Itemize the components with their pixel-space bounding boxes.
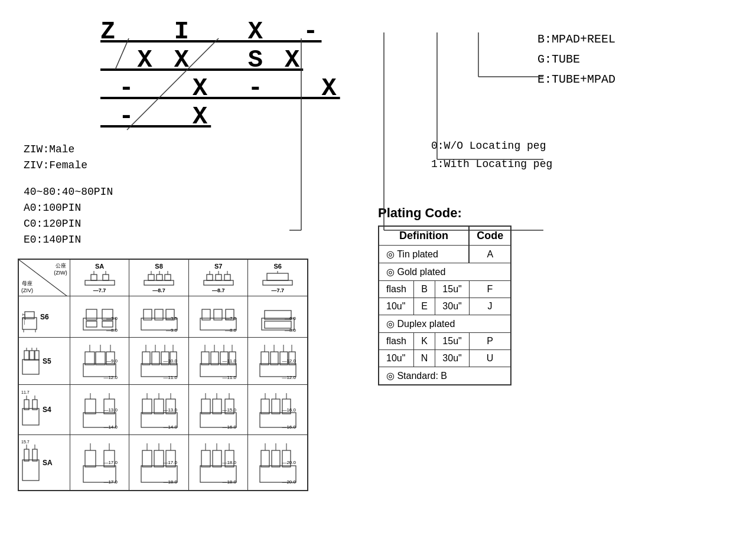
packaging-e: E:TUBE+MPAD <box>537 70 738 90</box>
duplex-d15-label: 15u" <box>435 333 469 350</box>
svg-text:—15.0: —15.0 <box>223 407 237 413</box>
packaging-section: B:MPAD+REEL G:TUBE E:TUBE+MPAD <box>537 30 738 90</box>
plating-table: Definition Code ◎ Tin plated A <box>378 226 511 385</box>
row-label-s4: S4 <box>43 406 51 414</box>
locating-section: 0:W/O Locating peg 1:With Locating peg <box>431 137 738 173</box>
gold-flash-code: B <box>413 281 435 298</box>
svg-text:—3.5: —3.5 <box>165 316 177 321</box>
cell-s4-sa: —13.0 —14.0 <box>70 385 129 435</box>
plating-row-duplex-header: ◎ Duplex plated <box>379 315 511 333</box>
svg-text:—6.0: —6.0 <box>285 316 296 321</box>
svg-text:—20.0: —20.0 <box>282 479 296 485</box>
labels-area: ZIW:Male ZIV:Female 40~80:40~80PIN A0:10… <box>24 142 348 248</box>
cell-sa-s6: —20.0 —20.0 <box>248 435 308 491</box>
svg-text:—9.0: —9.0 <box>165 328 177 333</box>
cell-sa-s7: —18.0 —18.0 <box>188 435 248 491</box>
standard-label: ◎ Standard: B <box>386 371 447 381</box>
table-row: 11.7 S4 <box>19 385 308 435</box>
plating-header-def: Definition <box>379 226 469 246</box>
svg-rect-63 <box>24 351 29 360</box>
cell-s6-s8: —3.5 —9.0 <box>129 296 189 338</box>
svg-rect-145 <box>272 399 280 414</box>
duplex-label: ◎ Duplex plated <box>386 319 455 329</box>
svg-rect-16 <box>144 280 174 285</box>
svg-rect-152 <box>22 460 39 481</box>
right-side: B:MPAD+REEL G:TUBE E:TUBE+MPAD 0:W/O Loc… <box>348 12 738 537</box>
svg-text:—12.0: —12.0 <box>103 375 118 380</box>
svg-rect-135 <box>201 399 210 414</box>
row-label-s5: S5 <box>43 357 51 365</box>
svg-text:—14.0: —14.0 <box>103 424 118 430</box>
gold-flash-label: flash <box>379 281 413 298</box>
plating-row-standard: ◎ Standard: B <box>379 367 511 385</box>
svg-rect-136 <box>213 399 221 414</box>
svg-rect-102 <box>261 352 269 365</box>
cell-s5-s8: —10.0 —11.0 <box>129 338 189 385</box>
svg-rect-24 <box>207 274 213 280</box>
svg-text:—13.0: —13.0 <box>163 407 177 413</box>
gold-u30-label: 30u" <box>435 298 469 315</box>
cell-sa-sa: —17.0 —17.0 <box>70 435 129 491</box>
plating-header-code: Code <box>469 226 511 246</box>
svg-text:—11.0: —11.0 <box>163 375 177 380</box>
cell-s6-sa: —3.0 —8.0 <box>70 296 129 338</box>
col-header-s6: S6 —7.7 <box>248 260 308 296</box>
svg-text:—18.0: —18.0 <box>223 460 237 465</box>
svg-rect-65 <box>35 351 39 360</box>
duplex-flash-label: flash <box>379 333 413 350</box>
plating-title: Plating Code: <box>378 205 738 221</box>
cell-s5-sa: —9.0 —12.0 <box>70 338 129 385</box>
svg-rect-144 <box>261 399 269 414</box>
code-string: Z I X - X X S X - X - X - X <box>100 18 348 131</box>
plating-row-duplex-flash: flash K 15u" P <box>379 333 511 350</box>
main-container: Z I X - X X S X - X - X - X ZIW:Male ZIV… <box>0 0 756 549</box>
svg-text:—13.0: —13.0 <box>103 407 118 413</box>
svg-rect-41 <box>86 321 97 327</box>
gold-u10-code: E <box>413 298 435 315</box>
svg-rect-166 <box>142 450 152 467</box>
svg-text:—17.0: —17.0 <box>103 479 118 485</box>
cell-s5-s6: —12.0 —12.0 <box>248 338 308 385</box>
svg-text:—12.0: —12.0 <box>282 358 296 364</box>
svg-rect-127 <box>154 399 164 414</box>
gold-u15-code: F <box>469 281 511 298</box>
svg-text:—8.0: —8.0 <box>106 328 118 333</box>
svg-rect-92 <box>211 352 219 365</box>
duplex-d30-label: 30u" <box>435 350 469 367</box>
packaging-b: B:MPAD+REEL <box>537 30 738 50</box>
svg-rect-103 <box>271 352 278 365</box>
svg-rect-64 <box>30 351 34 360</box>
svg-text:—18.0: —18.0 <box>163 479 177 485</box>
svg-text:—18.0: —18.0 <box>223 479 237 485</box>
col-header-sa: SA —7.7 <box>70 260 129 296</box>
svg-text:—16.0: —16.0 <box>282 424 296 430</box>
svg-rect-81 <box>152 352 159 365</box>
svg-rect-11 <box>85 280 115 285</box>
pin-c0: C0:120PIN <box>24 216 348 232</box>
plating-row-gold-header: ◎ Gold plated <box>379 263 511 281</box>
gold-label: ◎ Gold plated <box>386 267 445 277</box>
left-side: Z I X - X X S X - X - X - X ZIW:Male ZIV… <box>18 12 348 537</box>
row-label-s6: S6 <box>40 313 49 321</box>
svg-rect-91 <box>201 352 209 365</box>
svg-rect-62 <box>22 360 39 374</box>
svg-text:—17.0: —17.0 <box>103 460 118 465</box>
svg-rect-26 <box>224 274 230 280</box>
packaging-g: G:TUBE <box>537 50 738 70</box>
svg-text:—14.0: —14.0 <box>163 424 177 430</box>
gold-u10-label: 10u" <box>379 298 413 315</box>
table-row: —2.7 S6 <box>19 296 308 338</box>
svg-text:—10.0: —10.0 <box>163 358 177 364</box>
svg-rect-30 <box>263 280 292 285</box>
svg-rect-13 <box>103 274 109 280</box>
tin-label: ◎ Tin plated <box>386 249 438 259</box>
row-label-sa: SA <box>43 459 53 467</box>
svg-text:—17.0: —17.0 <box>163 460 177 465</box>
cell-s5-s7: —11.0 —11.0 <box>188 338 248 385</box>
svg-rect-119 <box>85 399 96 414</box>
svg-text:—7.0: —7.0 <box>225 316 237 321</box>
svg-text:—20.0: —20.0 <box>282 460 296 465</box>
svg-rect-42 <box>102 321 113 327</box>
plating-row-gold-flash: flash B 15u" F <box>379 281 511 298</box>
cell-s6-s7: —7.0 —8.0 <box>188 296 248 338</box>
